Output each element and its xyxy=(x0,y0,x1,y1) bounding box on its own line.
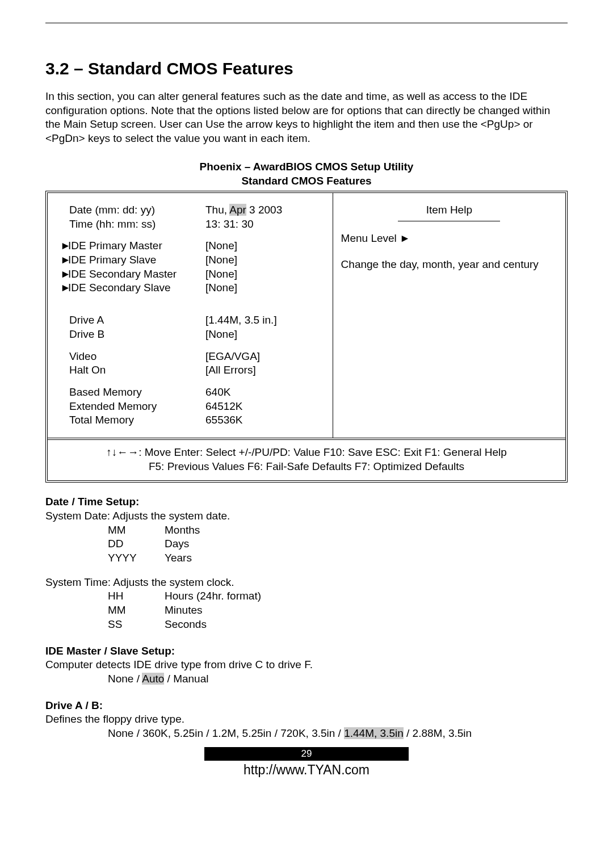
section-heading: 3.2 – Standard CMOS Features xyxy=(45,57,568,79)
halt-value[interactable]: [All Errors] xyxy=(205,363,321,378)
video-value[interactable]: [EGA/VGA] xyxy=(205,350,321,364)
drive-section: Drive A / B: Defines the floppy drive ty… xyxy=(45,699,568,741)
item-help-text: Change the day, month, year and century xyxy=(341,258,557,272)
footer-line1: ↑↓←→: Move Enter: Select +/-/PU/PD: Valu… xyxy=(52,446,561,460)
drive-heading: Drive A / B: xyxy=(45,699,103,711)
bios-right-panel: Item Help Menu Level ► Change the day, m… xyxy=(333,193,565,438)
kv-val: Years xyxy=(165,551,568,565)
date-highlight: Apr xyxy=(229,204,246,216)
date-pre: Thu, xyxy=(205,204,229,216)
date-desc: System Date: Adjusts the system date. xyxy=(45,509,568,523)
kv-key: MM xyxy=(108,523,165,538)
kv-key: SS xyxy=(108,618,165,632)
ide-primary-slave[interactable]: ►IDE Primary Slave xyxy=(69,253,205,267)
ide-sm-value: [None] xyxy=(205,267,321,282)
date-time-heading: Date / Time Setup: xyxy=(45,496,139,508)
ide-pm-value: [None] xyxy=(205,239,321,253)
ide-secondary-master[interactable]: ►IDE Secondary Master xyxy=(69,267,205,282)
ide-ss-value: [None] xyxy=(205,281,321,295)
intro-paragraph: In this section, you can alter general f… xyxy=(45,90,568,146)
kv-val: Seconds xyxy=(165,618,568,632)
ide-opt-highlight: Auto xyxy=(142,673,164,685)
bios-title-line2: Standard CMOS Features xyxy=(45,174,568,188)
page-number: 29 xyxy=(204,747,409,761)
footer-line2: F5: Previous Values F6: Fail-Safe Defaul… xyxy=(52,460,561,474)
ide-ps-value: [None] xyxy=(205,253,321,267)
footer-url: http://www.TYAN.com xyxy=(45,762,568,779)
video-label: Video xyxy=(69,350,205,364)
drive-options: None / 360K, 5.25in / 1.2M, 5.25in / 720… xyxy=(108,727,568,741)
drive-b-label: Drive B xyxy=(69,328,205,342)
bios-title-line1: Phoenix – AwardBIOS CMOS Setup Utility xyxy=(45,160,568,174)
menu-level: Menu Level ► xyxy=(341,232,557,246)
kv-key: DD xyxy=(108,537,165,551)
bios-left-panel: Date (mm: dd: yy) Thu, Apr 3 2003 Time (… xyxy=(48,193,333,438)
kv-val: Days xyxy=(165,537,568,551)
drive-a-label: Drive A xyxy=(69,313,205,328)
ide-section: IDE Master / Slave Setup: Computer detec… xyxy=(45,644,568,686)
bios-footer: ↑↓←→: Move Enter: Select +/-/PU/PD: Valu… xyxy=(48,440,565,480)
date-time-section: Date / Time Setup: System Date: Adjusts … xyxy=(45,495,568,631)
kv-key: YYYY xyxy=(108,551,165,565)
date-label: Date (mm: dd: yy) xyxy=(69,203,205,217)
page-number-wrap: 29 xyxy=(45,747,568,761)
total-mem-label: Total Memory xyxy=(69,413,205,427)
bios-top-area: Date (mm: dd: yy) Thu, Apr 3 2003 Time (… xyxy=(48,193,565,440)
kv-val: Minutes xyxy=(165,603,568,618)
halt-label: Halt On xyxy=(69,363,205,378)
submenu-icon: ► xyxy=(60,239,68,253)
drive-desc: Defines the floppy drive type. xyxy=(45,712,568,727)
kv-val: Months xyxy=(165,523,568,538)
top-rule xyxy=(45,23,568,23)
kv-key: HH xyxy=(108,589,165,603)
total-mem-value: 65536K xyxy=(205,413,321,427)
base-mem-label: Based Memory xyxy=(69,385,205,400)
item-help-rule xyxy=(398,221,500,221)
ide-heading: IDE Master / Slave Setup: xyxy=(45,645,175,657)
date-value[interactable]: Thu, Apr 3 2003 xyxy=(205,203,321,217)
date-post: 3 2003 xyxy=(246,204,282,216)
bios-box: Date (mm: dd: yy) Thu, Apr 3 2003 Time (… xyxy=(45,191,568,483)
time-desc: System Time: Adjusts the system clock. xyxy=(45,576,568,590)
ext-mem-label: Extended Memory xyxy=(69,400,205,414)
submenu-icon: ► xyxy=(60,267,68,282)
drive-opt-highlight: 1.44M, 3.5in xyxy=(344,727,404,739)
time-value[interactable]: 13: 31: 30 xyxy=(205,217,321,232)
ide-desc: Computer detects IDE drive type from dri… xyxy=(45,658,568,672)
ide-options: None / Auto / Manual xyxy=(108,672,568,686)
submenu-icon: ► xyxy=(60,253,68,267)
base-mem-value: 640K xyxy=(205,385,321,400)
ide-secondary-slave[interactable]: ►IDE Secondary Slave xyxy=(69,281,205,295)
kv-val: Hours (24hr. format) xyxy=(165,589,568,603)
item-help-title: Item Help xyxy=(341,203,557,217)
time-label: Time (hh: mm: ss) xyxy=(69,217,205,232)
submenu-icon: ► xyxy=(60,281,68,295)
ext-mem-value: 64512K xyxy=(205,400,321,414)
ide-primary-master[interactable]: ►IDE Primary Master xyxy=(69,239,205,253)
kv-key: MM xyxy=(108,603,165,618)
drive-b-value[interactable]: [None] xyxy=(205,328,321,342)
drive-a-value[interactable]: [1.44M, 3.5 in.] xyxy=(205,313,321,328)
